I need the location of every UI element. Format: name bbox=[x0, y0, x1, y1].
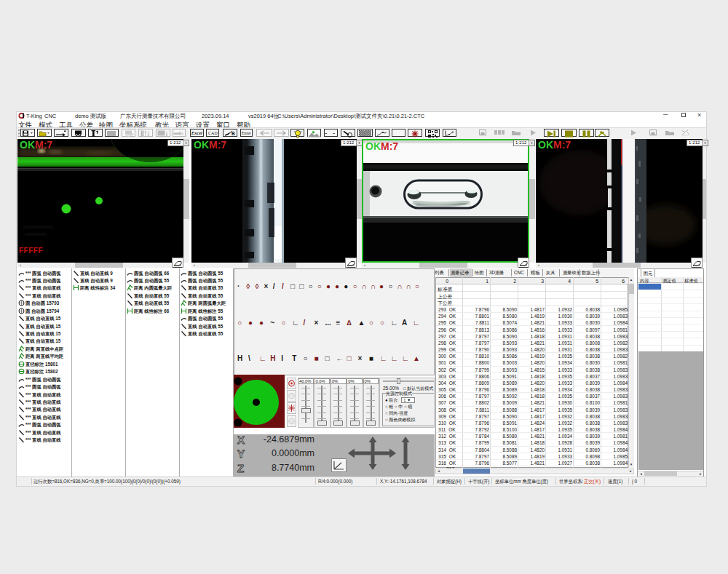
svg-text:Z: Z bbox=[237, 462, 244, 474]
svg-text:FFFFF: FFFFF bbox=[19, 247, 43, 255]
svg-text:X: X bbox=[237, 434, 245, 446]
svg-text:B: B bbox=[232, 131, 235, 136]
svg-text:Y: Y bbox=[237, 447, 245, 460]
